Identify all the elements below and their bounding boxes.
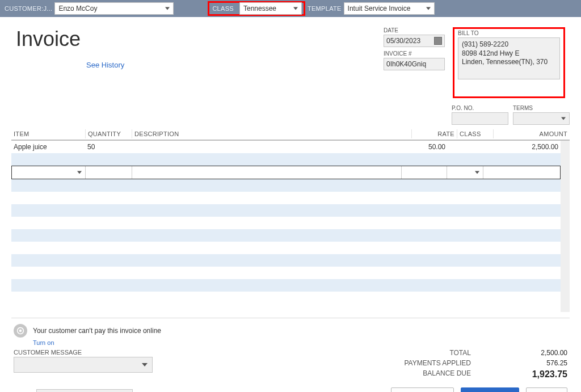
cell-desc-input[interactable]	[132, 166, 402, 179]
balance-value: 1,923.75	[494, 369, 567, 380]
date-input[interactable]: 05/30/2023	[384, 35, 445, 47]
table-row[interactable]: Apple juice 50 50.00 2,500.00	[11, 141, 561, 153]
save-and-new-button[interactable]: Save & New	[461, 387, 519, 392]
line-items-grid: ITEM QUANTITY DESCRIPTION RATE CLASS AMO…	[0, 128, 581, 312]
chevron-down-icon	[142, 363, 148, 366]
col-quantity[interactable]: QUANTITY	[85, 129, 132, 138]
cell-class-dropdown[interactable]	[447, 166, 483, 179]
total-value: 2,500.00	[494, 349, 567, 357]
class-value: Tennessee	[243, 5, 276, 12]
po-input[interactable]	[452, 112, 508, 125]
cell-qty[interactable]: 50	[85, 143, 132, 151]
cell-rate[interactable]: 50.00	[402, 143, 448, 151]
scroll-up-icon[interactable]: ▴	[561, 141, 570, 150]
po-terms-row: P.O. NO. TERMS	[0, 100, 581, 128]
class-label: CLASS	[209, 5, 237, 12]
class-section-highlight: CLASS Tennessee	[209, 2, 304, 15]
scroll-down-icon[interactable]: ▾	[561, 303, 570, 312]
table-row[interactable]	[11, 153, 561, 166]
template-value: Intuit Service Invoice	[348, 5, 411, 12]
customer-message-label: CUSTOMER MESSAGE	[14, 349, 153, 356]
template-dropdown[interactable]: Intuit Service Invoice	[344, 2, 435, 15]
bill-to-label: BILL TO	[454, 29, 563, 37]
chevron-down-icon	[426, 7, 431, 10]
see-history-link[interactable]: See History	[86, 61, 124, 69]
customer-label: CUSTOMER:J...	[5, 5, 52, 12]
table-row[interactable]	[11, 292, 561, 304]
top-bar: CUSTOMER:J... Enzo McCoy CLASS Tennessee…	[0, 0, 581, 17]
balance-label: BALANCE DUE	[404, 369, 471, 380]
date-value: 05/30/2023	[386, 37, 420, 45]
grid-body[interactable]: ▴ ▾ Apple juice 50 50.00 2,500.00	[11, 141, 570, 312]
invoice-no-input[interactable]: 0Ih0K40Gniq	[384, 58, 445, 70]
chevron-down-icon	[475, 171, 479, 174]
grid-header: ITEM QUANTITY DESCRIPTION RATE CLASS AMO…	[11, 128, 570, 141]
table-row[interactable]	[11, 192, 561, 204]
cell-item-dropdown[interactable]	[12, 166, 86, 179]
footer: ⦿ Your customer can't pay this invoice o…	[0, 318, 581, 392]
class-dropdown[interactable]: Tennessee	[239, 2, 302, 15]
table-row[interactable]	[11, 267, 561, 279]
invoice-header: Invoice See History DATE 05/30/2023 INVO…	[0, 17, 581, 100]
calendar-icon[interactable]	[434, 37, 442, 45]
totals-block: TOTAL 2,500.00 PAYMENTS APPLIED 576.25 B…	[404, 349, 567, 380]
revert-button[interactable]: Revert	[526, 387, 567, 392]
table-row[interactable]	[11, 254, 561, 267]
table-row-active[interactable]	[11, 166, 561, 179]
table-row[interactable]	[11, 179, 561, 192]
col-class[interactable]: CLASS	[457, 129, 493, 138]
page-title: Invoice	[16, 27, 81, 51]
bill-to-textarea[interactable]: (931) 589-2220 8098 412nd Hwy E Linden, …	[458, 37, 560, 79]
total-label: TOTAL	[404, 349, 471, 357]
payments-label: PAYMENTS APPLIED	[404, 359, 471, 367]
chevron-down-icon	[165, 7, 170, 10]
table-row[interactable]	[11, 279, 561, 292]
terms-dropdown[interactable]	[513, 112, 570, 125]
memo-input[interactable]: in_1NDbgcJDvsDKy0IhQw...	[36, 389, 133, 392]
table-row[interactable]	[11, 229, 561, 242]
col-item[interactable]: ITEM	[11, 129, 85, 138]
cell-item[interactable]: Apple juice	[11, 143, 85, 151]
save-and-close-button[interactable]: Save & Close	[391, 387, 454, 392]
turn-on-link[interactable]: Turn on	[33, 339, 54, 346]
payments-value: 576.25	[494, 359, 567, 367]
cell-qty-input[interactable]	[86, 166, 132, 179]
col-rate[interactable]: RATE	[411, 129, 457, 138]
customer-message-dropdown[interactable]	[14, 357, 153, 373]
col-amount[interactable]: AMOUNT	[493, 129, 570, 138]
bill-to-highlight: BILL TO (931) 589-2220 8098 412nd Hwy E …	[453, 27, 565, 98]
cell-rate-input[interactable]	[402, 166, 447, 179]
col-description[interactable]: DESCRIPTION	[132, 129, 411, 138]
info-icon: ⦿	[14, 324, 27, 338]
invoice-no-value: 0Ih0K40Gniq	[386, 60, 426, 68]
chevron-down-icon	[77, 171, 82, 174]
table-row[interactable]	[11, 242, 561, 254]
date-label: DATE	[384, 27, 445, 33]
chevron-down-icon	[561, 117, 566, 120]
invoice-no-label: INVOICE #	[384, 50, 445, 57]
table-row[interactable]	[11, 204, 561, 217]
cell-amount-input[interactable]	[483, 166, 560, 179]
customer-dropdown[interactable]: Enzo McCoy	[54, 2, 174, 15]
po-label: P.O. NO.	[452, 105, 508, 111]
table-row[interactable]	[11, 217, 561, 229]
customer-value: Enzo McCoy	[58, 5, 97, 12]
cell-amount[interactable]: 2,500.00	[484, 143, 561, 151]
chevron-down-icon	[293, 7, 298, 10]
online-pay-message: Your customer can't pay this invoice onl…	[33, 327, 161, 335]
template-label: TEMPLATE	[308, 5, 342, 12]
terms-label: TERMS	[513, 105, 570, 111]
